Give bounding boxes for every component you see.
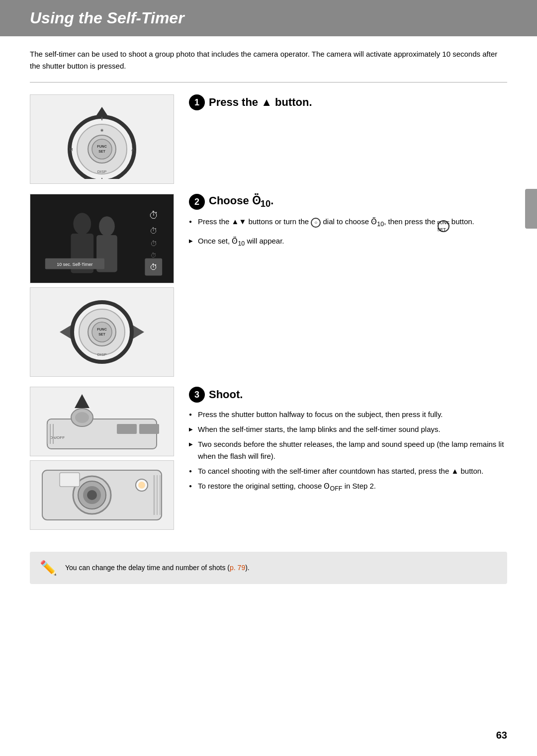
svg-rect-54 [60,473,80,487]
step-2-bullets: Press the ▲▼ buttons or turn the ○ dial … [189,216,507,249]
step-3-bullet-1: Press the shutter button halfway to focu… [189,409,507,420]
step-2-number: 2 [189,194,205,210]
svg-text:⏱: ⏱ [150,263,158,271]
svg-text:⏱: ⏱ [150,227,158,235]
note-text: You can change the delay time and number… [65,562,250,573]
step-3-bullets: Press the shutter button halfway to focu… [189,409,507,494]
step-2-heading: 2 Choose ʘ̈10. [189,194,507,210]
note-icon: ✏️ [40,560,57,576]
step-3-bullet-2: When the self-timer starts, the lamp bli… [189,423,507,435]
step-1-row: FUNC SET M A DISP ◉ [30,94,507,184]
svg-text:⏱: ⏱ [150,240,157,248]
dial-illustration: FUNC SET M A DISP ◉ [52,99,152,179]
step-3-image-shutter: ON/OFF [30,387,174,456]
step-3-heading: 3 Shoot. [189,387,507,403]
svg-text:FUNC: FUNC [97,145,106,148]
note-box: ✏️ You can change the delay time and num… [30,552,507,584]
step-3-bullet-3: Two seconds before the shutter releases,… [189,438,507,462]
step-3-image-front [30,460,174,530]
side-tab [525,189,537,229]
step-3-images: ON/OFF [30,387,174,530]
svg-text:◉: ◉ [100,128,103,132]
page-number: 63 [496,730,507,741]
svg-text:SET: SET [98,150,105,153]
svg-text:DISP: DISP [97,169,107,174]
page: Using the Self-Timer The self-timer can … [0,0,537,756]
shutter-illustration: ON/OFF [32,389,172,454]
step-2-image-photo: 10 sec. Self-Timer ⏱ ⏱ ⏱ ⏱ ⏱ [30,194,174,283]
svg-point-37 [75,412,89,423]
step-1-image: FUNC SET M A DISP ◉ [30,94,174,184]
svg-point-4 [92,139,112,159]
step-3-row: ON/OFF [30,387,507,530]
svg-text:SET: SET [98,333,105,336]
note-link[interactable]: p. 79 [230,564,245,572]
photo-illustration: 10 sec. Self-Timer ⏱ ⏱ ⏱ ⏱ ⏱ [30,194,174,283]
step-3-bullet-4: To cancel shooting with the self-timer a… [189,465,507,477]
svg-text:⏱: ⏱ [151,252,157,259]
step-2-row: 10 sec. Self-Timer ⏱ ⏱ ⏱ ⏱ ⏱ [30,194,507,377]
step-1-content: 1 Press the ▲ button. [189,94,507,184]
svg-point-14 [73,213,91,235]
svg-point-53 [138,482,145,489]
step-2-content: 2 Choose ʘ̈10. Press the ▲▼ buttons or t… [189,194,507,377]
section-divider [30,82,507,83]
svg-text:ON/OFF: ON/OFF [50,435,65,440]
svg-rect-42 [117,424,137,434]
step-3-bullet-5: To restore the original setting, choose … [189,480,507,494]
step-2-image-dial: FUNC SET DISP [30,287,174,377]
step-2-bullet-2: Once set, ʘ̈10 will appear. [189,235,507,249]
svg-text:10 sec. Self-Timer: 10 sec. Self-Timer [57,262,92,267]
step-2-bullet-1: Press the ▲▼ buttons or turn the ○ dial … [189,216,507,232]
step-3-title: Shoot. [209,388,243,401]
svg-text:M: M [69,147,73,152]
svg-point-31 [92,322,112,342]
svg-point-51 [87,490,97,500]
steps-area: FUNC SET M A DISP ◉ [30,94,507,540]
step-1-heading: 1 Press the ▲ button. [189,94,507,110]
svg-marker-38 [75,394,90,408]
title-bar: Using the Self-Timer [0,0,537,36]
svg-text:FUNC: FUNC [97,328,106,331]
svg-text:DISP: DISP [97,352,107,357]
page-title: Using the Self-Timer [30,9,507,27]
svg-text:A: A [131,147,134,152]
step-1-number: 1 [189,94,205,110]
step-1-images: FUNC SET M A DISP ◉ [30,94,174,184]
dial-arrows-illustration: FUNC SET DISP [52,292,152,372]
step-1-title: Press the ▲ button. [209,96,312,109]
step-3-number: 3 [189,387,205,403]
svg-point-16 [99,216,115,236]
step-3-content: 3 Shoot. Press the shutter button halfwa… [189,387,507,530]
step-2-images: 10 sec. Self-Timer ⏱ ⏱ ⏱ ⏱ ⏱ [30,194,174,377]
svg-rect-43 [139,424,159,434]
intro-text: The self-timer can be used to shoot a gr… [30,48,507,72]
svg-text:⏱: ⏱ [149,210,159,221]
step-2-title: Choose ʘ̈10. [209,194,273,209]
camera-front-illustration [32,463,172,527]
